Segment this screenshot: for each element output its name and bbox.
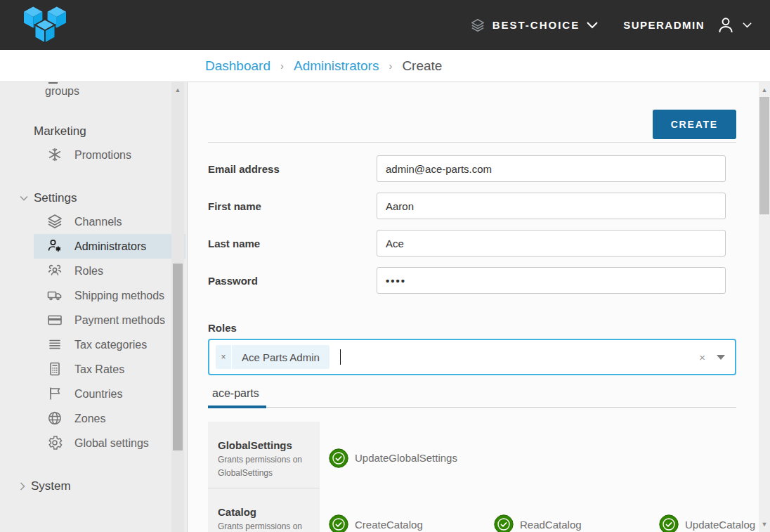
dropdown-caret-icon[interactable] xyxy=(717,355,725,360)
user-gear-icon xyxy=(46,238,63,254)
globe-icon xyxy=(46,410,63,427)
checked-toggle-icon[interactable] xyxy=(494,514,514,532)
chevron-down-icon xyxy=(743,22,752,28)
chip-remove-icon[interactable]: × xyxy=(216,345,232,369)
scroll-down-icon[interactable]: ▼ xyxy=(759,521,770,528)
sidebar-item-administrators[interactable]: Administrators xyxy=(34,234,185,259)
password-field[interactable] xyxy=(377,267,726,294)
checked-toggle-icon[interactable] xyxy=(659,514,679,532)
sidebar-scrollbar: ▲ xyxy=(171,82,184,532)
last-name-field[interactable] xyxy=(377,230,726,257)
sidebar-item-payment-methods[interactable]: Payment methods xyxy=(34,308,185,332)
channel-label: BEST-CHOICE xyxy=(492,19,580,31)
layers-icon xyxy=(46,213,63,230)
sidebar-item-shipping-methods[interactable]: Shipping methods xyxy=(34,283,185,308)
permission-group-header: Catalog Grants permissions on Products, … xyxy=(208,488,320,532)
permission-row-globalsettings: GlobalSettings Grants permissions on Glo… xyxy=(208,422,736,488)
permission-row-catalog: Catalog Grants permissions on Products, … xyxy=(208,488,736,532)
users-icon-clipped xyxy=(48,82,58,84)
role-chip-label: Ace Parts Admin xyxy=(232,345,329,369)
roles-label: Roles xyxy=(208,322,736,334)
sidebar-section-system[interactable]: System xyxy=(20,479,187,493)
channel-switcher[interactable]: BEST-CHOICE xyxy=(470,18,599,33)
page-header: Dashboard › Administrators › Create xyxy=(0,50,770,82)
tab-ace-parts[interactable]: ace-parts xyxy=(208,384,266,408)
top-bar: BEST-CHOICE SUPERADMIN xyxy=(0,0,770,50)
roles-multiselect[interactable]: × Ace Parts Admin × xyxy=(208,339,736,375)
credit-card-icon xyxy=(46,311,63,328)
user-label: SUPERADMIN xyxy=(623,19,705,31)
sidebar-item-zones[interactable]: Zones xyxy=(34,406,185,431)
permission-readcatalog: ReadCatalog xyxy=(494,508,659,532)
email-address-field[interactable] xyxy=(377,155,726,182)
breadcrumb-current: Create xyxy=(402,58,442,74)
divider xyxy=(208,142,736,143)
chevron-right-icon xyxy=(20,482,25,491)
sidebar-item-roles[interactable]: Roles xyxy=(34,259,185,283)
breadcrumb-separator: › xyxy=(389,60,392,72)
list-icon xyxy=(46,336,63,353)
sidebar-item-promotions[interactable]: Promotions xyxy=(34,143,185,167)
truck-icon xyxy=(46,287,63,304)
sidebar-nav: groups Marketing Promotions Settings Cha… xyxy=(0,82,188,532)
last-name-label: Last name xyxy=(208,238,377,249)
permission-createcatalog: CreateCatalog xyxy=(329,508,494,532)
users-icon xyxy=(46,262,63,279)
flag-icon xyxy=(46,385,63,402)
channel-tabs: ace-parts xyxy=(208,384,736,408)
permission-group-header: GlobalSettings Grants permissions on Glo… xyxy=(208,422,320,488)
breadcrumb-dashboard[interactable]: Dashboard xyxy=(205,58,270,74)
role-chip: × Ace Parts Admin xyxy=(216,345,329,369)
sidebar-section-marketing[interactable]: Marketing xyxy=(34,124,187,138)
first-name-field[interactable] xyxy=(377,193,726,219)
chevron-down-icon xyxy=(587,22,598,29)
permissions-table: GlobalSettings Grants permissions on Glo… xyxy=(208,422,736,532)
asterisk-icon xyxy=(46,146,63,163)
sidebar-item-global-settings[interactable]: Global settings xyxy=(34,431,185,455)
user-icon xyxy=(716,15,736,35)
sidebar-item-tax-rates[interactable]: Tax Rates xyxy=(34,357,185,382)
breadcrumb-administrators[interactable]: Administrators xyxy=(294,58,379,74)
email-address-label: Email address xyxy=(208,163,377,175)
checked-toggle-icon[interactable] xyxy=(329,448,348,468)
main-scrollbar-thumb[interactable] xyxy=(759,97,769,214)
text-cursor xyxy=(340,349,341,365)
sidebar-item-customer-groups-clipped[interactable]: groups xyxy=(46,82,187,100)
main-scrollbar: ▲ ▼ xyxy=(759,82,770,532)
sidebar-scrollbar-thumb[interactable] xyxy=(173,264,183,450)
gear-icon xyxy=(46,434,63,451)
sidebar-item-channels[interactable]: Channels xyxy=(34,209,185,234)
sidebar-section-settings[interactable]: Settings xyxy=(20,191,187,205)
create-button[interactable]: CREATE xyxy=(653,110,736,139)
first-name-label: First name xyxy=(208,200,377,212)
calculator-icon xyxy=(46,361,63,377)
checked-toggle-icon[interactable] xyxy=(329,514,348,532)
sidebar-item-tax-categories[interactable]: Tax categories xyxy=(34,332,185,357)
user-menu[interactable]: SUPERADMIN xyxy=(623,15,752,35)
password-label: Password xyxy=(208,275,377,287)
permission-updatecatalog: UpdateCatalog xyxy=(659,508,755,532)
sidebar-item-countries[interactable]: Countries xyxy=(34,382,185,406)
clear-selection-icon[interactable]: × xyxy=(699,351,705,363)
permission-updateglobalsettings: UpdateGlobalSettings xyxy=(329,441,457,474)
scroll-up-icon[interactable]: ▲ xyxy=(759,86,770,93)
scroll-up-icon[interactable]: ▲ xyxy=(171,86,184,93)
main-content: CREATE Email address First name Last nam… xyxy=(188,82,770,532)
layers-icon xyxy=(470,18,485,33)
administrator-form: Email address First name Last name Passw… xyxy=(208,155,736,294)
breadcrumb: Dashboard › Administrators › Create xyxy=(205,58,442,74)
chevron-down-icon xyxy=(20,195,28,201)
breadcrumb-separator: › xyxy=(280,60,284,72)
vendure-logo-icon[interactable] xyxy=(20,5,70,46)
